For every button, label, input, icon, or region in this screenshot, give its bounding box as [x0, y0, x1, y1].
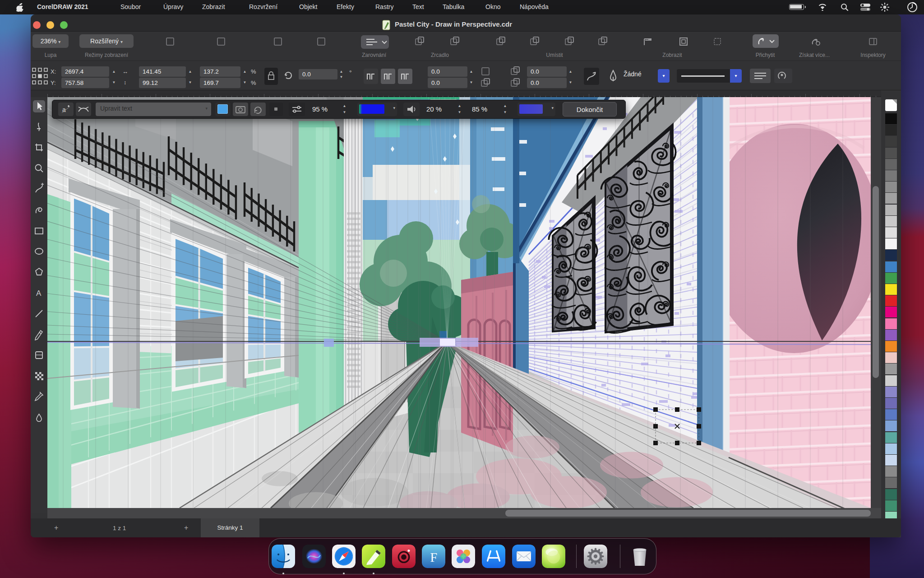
- svg-text:F: F: [430, 550, 437, 564]
- svg-text:A: A: [36, 289, 42, 298]
